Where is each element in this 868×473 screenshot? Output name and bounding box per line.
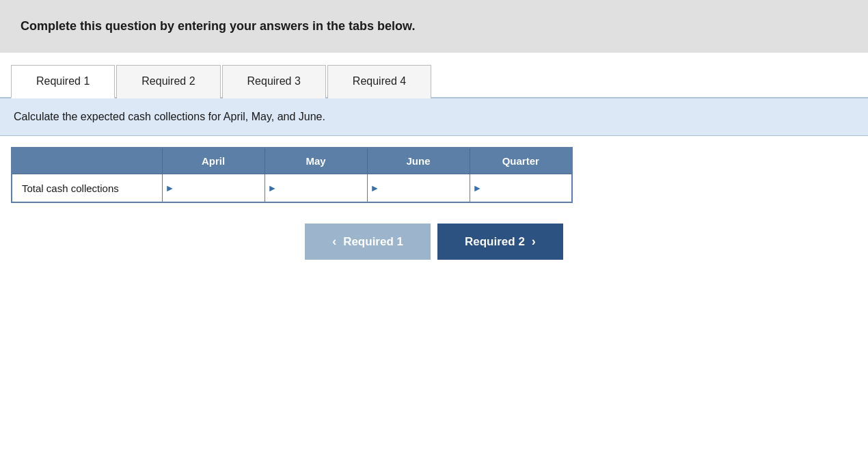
- question-text: Calculate the expected cash collections …: [14, 111, 325, 122]
- tab-required-4[interactable]: Required 4: [327, 65, 431, 98]
- col-header-quarter: Quarter: [470, 148, 572, 174]
- data-table: April May June Quarter Total cash collec…: [11, 147, 573, 203]
- col-header-may: May: [265, 148, 367, 174]
- row-label-total-cash: Total cash collections: [12, 174, 162, 203]
- arrow-april: ►: [163, 183, 176, 193]
- input-april[interactable]: [176, 174, 264, 202]
- arrow-june: ►: [368, 183, 381, 193]
- cell-june[interactable]: ►: [367, 174, 470, 203]
- arrow-may: ►: [265, 183, 279, 193]
- col-header-june: June: [367, 148, 470, 174]
- next-button[interactable]: Required 2 ›: [437, 224, 563, 260]
- prev-button[interactable]: ‹ Required 1: [305, 224, 431, 260]
- col-header-empty: [12, 148, 162, 174]
- prev-chevron-icon: ‹: [332, 234, 336, 249]
- input-may[interactable]: [278, 174, 366, 202]
- arrow-quarter: ►: [470, 183, 484, 193]
- tab-required-3[interactable]: Required 3: [222, 65, 326, 98]
- prev-button-label: Required 1: [343, 235, 403, 249]
- tab-required-1[interactable]: Required 1: [11, 65, 115, 98]
- cell-may[interactable]: ►: [265, 174, 367, 203]
- input-june[interactable]: [381, 174, 469, 202]
- col-header-april: April: [162, 148, 265, 174]
- cell-quarter[interactable]: ►: [470, 174, 572, 203]
- cell-april[interactable]: ►: [162, 174, 265, 203]
- next-chevron-icon: ›: [532, 234, 536, 249]
- instruction-text: Complete this question by entering your …: [21, 19, 415, 33]
- nav-buttons: ‹ Required 1 Required 2 ›: [0, 224, 868, 260]
- input-quarter[interactable]: [483, 174, 571, 202]
- table-wrapper: April May June Quarter Total cash collec…: [0, 136, 868, 203]
- table-header-row: April May June Quarter: [12, 148, 572, 174]
- table-row: Total cash collections ► ► ►: [12, 174, 572, 203]
- next-button-label: Required 2: [465, 235, 525, 249]
- tabs-container: Required 1 Required 2 Required 3 Require…: [0, 64, 868, 98]
- instruction-bar: Complete this question by entering your …: [0, 0, 868, 53]
- question-description: Calculate the expected cash collections …: [0, 98, 868, 136]
- tab-required-2[interactable]: Required 2: [116, 65, 220, 98]
